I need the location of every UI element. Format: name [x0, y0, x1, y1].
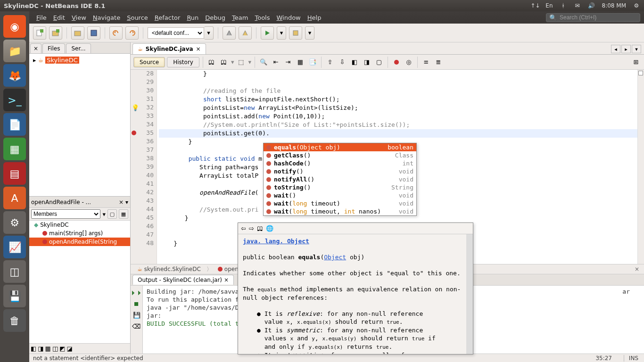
members-dropdown[interactable]: Members: [31, 209, 100, 219]
nav-btn-5[interactable]: ◩: [59, 345, 65, 352]
undo-button[interactable]: [109, 26, 123, 40]
ed-tool-diff3[interactable]: ▢: [374, 57, 384, 67]
completion-item[interactable]: toString()String: [264, 183, 416, 191]
completion-item[interactable]: wait(long timeout)void: [264, 199, 416, 207]
prev-tab-button[interactable]: ◂: [611, 45, 620, 53]
network-icon[interactable]: ↑↓: [531, 2, 539, 9]
jdoc-back-icon[interactable]: ⇦: [241, 225, 246, 232]
build-button[interactable]: [223, 26, 236, 40]
javadoc-scrollbar[interactable]: [466, 234, 473, 354]
ed-tool-findnext[interactable]: ⇥: [283, 57, 293, 67]
editor-tab[interactable]: ☕ SkylineDC.java ×: [132, 43, 206, 54]
keyboard-layout[interactable]: En: [545, 2, 553, 9]
ed-tool-1[interactable]: 🕮: [206, 57, 217, 67]
ed-tool-diff2[interactable]: ◨: [362, 57, 372, 67]
services-tab[interactable]: Ser...: [66, 43, 91, 53]
out-stop-icon[interactable]: ⏹: [132, 299, 141, 308]
new-project-button[interactable]: [49, 26, 62, 40]
ed-tool-uncomment[interactable]: ≣: [433, 57, 444, 67]
jdoc-browser-icon[interactable]: 🌐: [266, 225, 273, 232]
bluetooth-icon[interactable]: ᚼ: [560, 2, 567, 9]
out-clear-icon[interactable]: ⌫: [132, 321, 141, 331]
close-tab-icon[interactable]: ×: [196, 46, 201, 52]
files-tab[interactable]: Files: [42, 43, 65, 53]
menu-run[interactable]: Run: [183, 14, 202, 21]
completion-item[interactable]: getClass()Class: [264, 151, 416, 159]
nav-btn-4[interactable]: ◫: [52, 345, 58, 352]
ed-tool-comment[interactable]: ≡: [421, 57, 431, 67]
quick-search[interactable]: 🔍: [546, 13, 640, 22]
debug-button[interactable]: [289, 26, 302, 40]
run-button[interactable]: [261, 26, 274, 40]
tab-list-button[interactable]: ▾: [632, 45, 641, 53]
menu-help[interactable]: Help: [304, 14, 325, 21]
breadcrumb-class[interactable]: ☕skylinedc.SkylineDC: [133, 265, 205, 273]
next-tab-button[interactable]: ▸: [621, 45, 631, 53]
software-icon[interactable]: A: [3, 187, 26, 209]
out-rerun-icon[interactable]: ⏵⏵: [132, 288, 141, 297]
volume-icon[interactable]: 🔊: [588, 2, 595, 9]
save-all-button[interactable]: [87, 26, 100, 40]
projects-tab-close[interactable]: ×: [30, 43, 41, 53]
output-tab[interactable]: Output - SkylineDC (clean,jar) ×: [132, 275, 234, 285]
menu-view[interactable]: View: [68, 14, 90, 21]
menu-window[interactable]: Window: [273, 14, 304, 21]
firefox-icon[interactable]: 🦊: [3, 64, 26, 87]
jdoc-fwd-icon[interactable]: ⇨: [249, 225, 254, 232]
completion-item[interactable]: notifyAll()void: [264, 175, 416, 183]
impress-icon[interactable]: ▤: [3, 162, 26, 185]
menu-navigate[interactable]: Navigate: [90, 14, 124, 21]
ed-tool-break2[interactable]: ◎: [404, 57, 414, 67]
jdoc-ext-icon[interactable]: 🕮: [257, 225, 263, 232]
javadoc-class-link[interactable]: java. lang. Object: [243, 238, 309, 245]
debug-dropdown[interactable]: ▾: [305, 26, 314, 40]
trash-icon[interactable]: 🗑: [3, 309, 26, 332]
power-icon[interactable]: ⚙: [633, 2, 640, 9]
close-icon[interactable]: ×: [224, 277, 229, 283]
history-view-button[interactable]: History: [167, 57, 199, 67]
calc-icon[interactable]: ▦: [3, 138, 26, 160]
nav-btn-2[interactable]: ◨: [38, 345, 43, 352]
out-save-icon[interactable]: 💾: [132, 310, 141, 320]
search-input[interactable]: [560, 14, 637, 21]
ed-tool-break[interactable]: [391, 57, 402, 67]
devices-icon[interactable]: 💾: [3, 285, 26, 307]
dash-icon[interactable]: ◉: [3, 15, 26, 38]
menu-team[interactable]: Team: [229, 14, 251, 21]
menu-tools[interactable]: Tools: [251, 14, 273, 21]
ed-tool-hilite[interactable]: ▦: [295, 57, 305, 67]
nav-btn-6[interactable]: ◪: [66, 345, 72, 352]
menu-edit[interactable]: Edit: [50, 14, 68, 21]
menu-file[interactable]: File: [33, 14, 50, 21]
ed-tool-split[interactable]: ⊞: [631, 57, 641, 67]
navigator-node[interactable]: ◆ SkylineDC: [29, 221, 130, 229]
writer-icon[interactable]: 📄: [3, 113, 26, 136]
ed-tool-3[interactable]: ⬚: [236, 57, 246, 67]
completion-item[interactable]: notify()void: [264, 167, 416, 175]
settings-icon[interactable]: ⚙: [3, 211, 26, 234]
menu-debug[interactable]: Debug: [202, 14, 229, 21]
project-root-node[interactable]: ▸ ☕ SkylineDC: [31, 56, 128, 65]
jdoc-type-link[interactable]: Object: [324, 254, 346, 261]
redo-button[interactable]: [125, 26, 139, 40]
nav-btn-1[interactable]: ◧: [31, 345, 36, 352]
completion-item[interactable]: hashCode()int: [264, 159, 416, 167]
completion-item[interactable]: wait(long timeout, int nanos)void: [264, 207, 416, 215]
nav-filter1-icon[interactable]: ▢: [107, 209, 117, 219]
navigator-min-icon[interactable]: ▾: [125, 199, 128, 206]
ed-tool-next[interactable]: ⇩: [337, 57, 347, 67]
menu-refactor[interactable]: Refactor: [151, 14, 184, 21]
navigator-node[interactable]: main(String[] args): [29, 229, 130, 238]
completion-item[interactable]: wait()void: [264, 191, 416, 199]
breadcrumb-close-icon[interactable]: ×: [633, 266, 641, 272]
open-button[interactable]: [71, 26, 84, 40]
menu-source[interactable]: Source: [124, 14, 151, 21]
clean-build-button[interactable]: [239, 26, 252, 40]
monitor-icon[interactable]: 📈: [3, 236, 26, 258]
new-file-button[interactable]: [33, 26, 46, 40]
ed-tool-prev[interactable]: ⇧: [325, 57, 335, 67]
ed-tool-2[interactable]: 🕮: [219, 57, 229, 67]
completion-item[interactable]: equals(Object obj)boolean: [264, 143, 416, 151]
terminal-icon[interactable]: >_: [3, 89, 26, 111]
messages-icon[interactable]: ✉: [574, 2, 581, 9]
